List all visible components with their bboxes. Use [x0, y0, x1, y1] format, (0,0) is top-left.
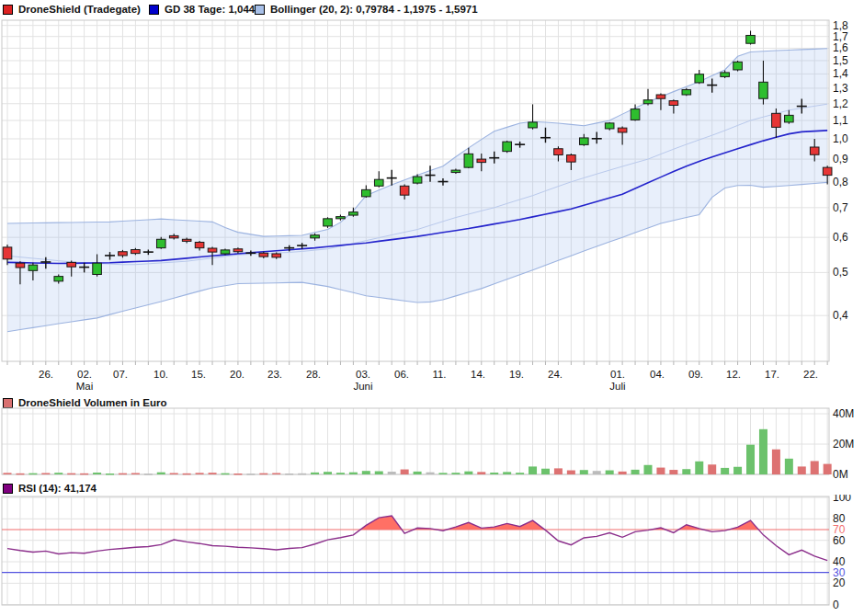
date-tick-label: 02.	[77, 369, 92, 380]
rsi-y-label: 0	[833, 599, 839, 611]
candle	[221, 248, 230, 255]
legend-bollinger: Bollinger (20, 2): 0,79784 - 1,1975 - 1,…	[255, 2, 478, 17]
volume-bar	[259, 473, 267, 475]
candle	[695, 70, 704, 84]
volume-bar	[759, 429, 767, 474]
month-label: Juli	[609, 381, 625, 392]
volume-bar	[209, 473, 217, 474]
date-tick-label: 12.	[726, 369, 741, 380]
volume-bar	[798, 466, 806, 474]
price-y-label: 0,7	[833, 201, 848, 214]
date-tick-label: 10.	[153, 369, 168, 380]
candle	[374, 171, 383, 187]
price-series-icon	[3, 5, 13, 15]
price-y-label: 1,5	[833, 54, 848, 67]
candle	[643, 89, 653, 106]
gd38-series-icon	[149, 5, 159, 15]
volume-bar	[708, 464, 716, 474]
date-tick-label: 14.	[471, 369, 485, 380]
volume-bar	[785, 459, 793, 474]
volume-bar	[516, 473, 524, 474]
legend-price-label: DroneShield (Tradegate)	[18, 4, 141, 15]
volume-bar	[464, 472, 472, 474]
volume-bar	[28, 473, 37, 475]
candle	[362, 186, 371, 199]
volume-bar	[541, 469, 550, 474]
volume-bar	[80, 473, 88, 475]
volume-bar	[503, 472, 511, 474]
volume-bar	[131, 473, 140, 475]
month-label: Mai	[76, 381, 94, 392]
volume-bar	[669, 470, 677, 474]
price-y-label: 0,9	[833, 153, 848, 165]
volume-bar	[682, 469, 690, 474]
volume-bar	[824, 464, 832, 474]
volume-bar	[285, 473, 293, 475]
rsi-y-label: 60	[833, 534, 846, 547]
volume-bar	[414, 472, 422, 474]
rsi-y-label: 20	[833, 576, 846, 589]
volume-bar	[119, 473, 127, 475]
volume-bar	[375, 472, 383, 474]
volume-bar	[106, 473, 114, 475]
price-y-label: 0,4	[833, 309, 848, 322]
volume-bar	[580, 470, 588, 474]
price-y-label: 1,1	[833, 114, 848, 127]
volume-bar	[196, 473, 204, 474]
bollinger-series-icon	[255, 5, 265, 15]
volume-bar	[593, 471, 601, 474]
volume-bar	[349, 473, 358, 474]
stock-chart-page: { "header": { "series1_label": "DroneShi…	[0, 0, 864, 616]
volume-bar	[67, 473, 75, 475]
volume-bar	[656, 468, 665, 474]
legend-price: DroneShield (Tradegate)	[3, 2, 141, 17]
volume-bar	[16, 473, 24, 475]
legend-gd38: GD 38 Tage: 1,0443	[149, 2, 261, 17]
date-tick-label: 07.	[113, 369, 128, 380]
price-y-label: 1,2	[833, 97, 848, 110]
volume-bar	[426, 473, 435, 474]
price-y-label: 1,4	[833, 67, 848, 80]
volume-bar	[272, 473, 280, 475]
candle	[733, 61, 743, 71]
legend-rsi-label: RSI (14): 41,174	[18, 483, 97, 494]
volume-bar	[477, 472, 485, 474]
rsi-y-label: 100	[833, 495, 851, 504]
volume-y-label: 0M	[833, 468, 848, 481]
date-tick-label: 01.	[610, 369, 625, 380]
volume-bar	[746, 445, 755, 474]
volume-bar	[54, 473, 63, 474]
date-tick-label: 04.	[650, 369, 665, 380]
month-label: Juni	[353, 381, 372, 392]
price-y-label: 0,8	[833, 176, 848, 188]
price-chart: 1,81,71,61,51,41,31,21,11,00,90,80,70,60…	[0, 18, 864, 397]
date-tick-label: 03.	[356, 369, 370, 380]
volume-bar	[451, 473, 460, 474]
volume-bar	[438, 473, 447, 474]
volume-y-label: 20M	[833, 438, 854, 451]
price-y-label: 0,5	[833, 266, 848, 279]
volume-bar	[619, 472, 627, 474]
volume-bar	[144, 473, 153, 475]
volume-bar	[41, 473, 50, 475]
volume-bar	[772, 450, 780, 474]
candle	[324, 217, 333, 228]
price-y-label: 1,3	[833, 82, 848, 95]
date-tick-label: 17.	[765, 369, 779, 380]
volume-bar	[644, 465, 653, 474]
volume-bar	[388, 472, 396, 474]
rsi-series-icon	[3, 484, 13, 494]
volume-bar	[221, 473, 229, 475]
candle	[605, 122, 614, 131]
date-tick-label: 20.	[230, 369, 244, 380]
volume-bar	[362, 471, 370, 474]
volume-bar	[183, 473, 191, 475]
date-tick-label: 15.	[191, 369, 206, 380]
volume-bar	[567, 471, 575, 474]
candle	[503, 141, 512, 153]
date-tick-label: 06.	[394, 369, 409, 380]
candle	[529, 104, 538, 129]
volume-bar	[233, 473, 242, 475]
legend-gd38-label: GD 38 Tage: 1,0443	[165, 4, 261, 15]
volume-bar	[529, 466, 537, 474]
